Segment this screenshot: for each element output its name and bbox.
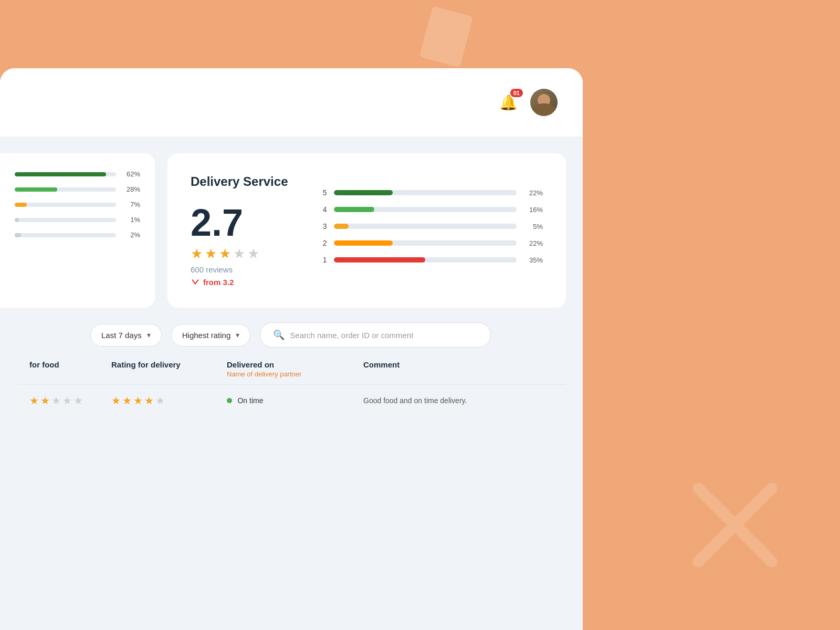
delivery-service-card: Delivery Service 2.7 ★ ★ ★ ★ ★ 600 revie… xyxy=(167,153,566,308)
cell-comment: Good food and on time delivery. xyxy=(363,396,566,405)
del-star-5: ★ xyxy=(155,394,165,407)
delivery-rating: 2.7 xyxy=(191,204,288,242)
bar-label-4: 1% xyxy=(121,216,140,224)
rating-change-text: from 3.2 xyxy=(203,278,234,287)
date-filter-chevron: ▾ xyxy=(147,331,151,339)
th-delivered: Delivered on Name of delivery partner xyxy=(227,360,363,378)
comment-text: Good food and on time delivery. xyxy=(363,396,467,405)
th-delivery: Rating for delivery xyxy=(111,360,227,378)
search-icon: 🔍 xyxy=(273,329,285,341)
rating-filter-dropdown[interactable]: Highest rating ▾ xyxy=(171,324,251,346)
delivery-fill-5 xyxy=(334,190,392,195)
bg-decoration-x xyxy=(693,483,777,567)
bar-track-5 xyxy=(15,233,116,237)
food-star-2: ★ xyxy=(40,394,50,407)
delivery-bar-3: 3 5% xyxy=(319,222,543,230)
delivery-pct-1: 35% xyxy=(524,256,543,264)
bar-row-2: 28% xyxy=(15,185,140,193)
bar-label-5: 2% xyxy=(121,231,140,239)
bar-row-3: 7% xyxy=(15,201,140,208)
bg-decoration-rect xyxy=(419,6,473,67)
cell-delivered: On time xyxy=(227,396,363,405)
cell-delivery-stars: ★ ★ ★ ★ ★ xyxy=(111,394,227,407)
delivery-pct-5: 22% xyxy=(524,189,543,197)
delivery-pct-4: 16% xyxy=(524,206,543,214)
del-star-3: ★ xyxy=(133,394,143,407)
rating-filter-chevron: ▾ xyxy=(236,331,239,339)
left-ratings-card: 62% 28% 7% xyxy=(0,153,155,308)
date-filter-label: Last 7 days xyxy=(101,331,142,340)
reviews-count: 600 reviews xyxy=(191,265,288,274)
user-avatar[interactable] xyxy=(530,89,558,116)
delivery-fill-1 xyxy=(334,257,425,262)
food-star-5: ★ xyxy=(74,394,83,407)
bar-track-2 xyxy=(15,187,116,192)
bar-track-1 xyxy=(15,172,116,176)
search-box[interactable]: 🔍 Search name, order ID or comment xyxy=(260,322,491,348)
bar-track-4 xyxy=(15,218,116,222)
food-star-3: ★ xyxy=(51,394,61,407)
date-filter-dropdown[interactable]: Last 7 days ▾ xyxy=(90,324,162,346)
rating-num-1: 1 xyxy=(319,256,327,264)
food-star-4: ★ xyxy=(62,394,72,407)
cell-food-stars: ★ ★ ★ ★ ★ xyxy=(17,394,111,407)
rating-num-4: 4 xyxy=(319,205,327,214)
bar-row-4: 1% xyxy=(15,216,140,224)
bar-fill-1 xyxy=(15,172,106,176)
delivery-bar-5: 5 22% xyxy=(319,188,543,197)
on-time-dot xyxy=(227,398,232,403)
delivery-bar-4: 4 16% xyxy=(319,205,543,214)
delivery-track-3 xyxy=(334,224,517,229)
del-star-2: ★ xyxy=(122,394,132,407)
delivery-breakdown: 5 22% 4 16% xyxy=(319,188,543,272)
delivery-summary: Delivery Service 2.7 ★ ★ ★ ★ ★ 600 revie… xyxy=(191,174,288,287)
delivery-track-5 xyxy=(334,190,517,195)
delivery-track-1 xyxy=(334,257,517,262)
notification-button[interactable]: 🔔 01 xyxy=(497,91,520,114)
food-star-1: ★ xyxy=(29,394,39,407)
bar-label-2: 28% xyxy=(121,185,140,193)
star-4: ★ xyxy=(233,246,245,262)
notification-badge: 01 xyxy=(510,89,523,97)
star-2: ★ xyxy=(205,246,217,262)
delivery-fill-2 xyxy=(334,240,392,246)
bar-label-1: 62% xyxy=(121,170,140,178)
bar-fill-3 xyxy=(15,203,27,207)
search-placeholder: Search name, order ID or comment xyxy=(290,331,413,340)
rating-num-5: 5 xyxy=(319,188,327,197)
del-star-1: ★ xyxy=(111,394,121,407)
del-star-4: ★ xyxy=(144,394,154,407)
bar-row-5: 2% xyxy=(15,231,140,239)
star-3: ★ xyxy=(219,246,231,262)
delivery-bar-2: 2 22% xyxy=(319,239,543,247)
bar-fill-5 xyxy=(15,233,21,237)
rating-num-2: 2 xyxy=(319,239,327,247)
delivery-title: Delivery Service xyxy=(191,174,288,189)
th-delivered-sub: Name of delivery partner xyxy=(227,370,363,378)
delivery-pct-2: 22% xyxy=(524,239,543,247)
down-arrow-icon xyxy=(191,277,200,287)
table-row: ★ ★ ★ ★ ★ ★ ★ ★ ★ ★ On time xyxy=(17,385,566,417)
delivery-fill-4 xyxy=(334,207,374,212)
header-bar: 🔔 01 xyxy=(0,68,583,136)
main-container: 🔔 01 62% xyxy=(0,68,583,630)
star-5: ★ xyxy=(247,246,259,262)
delivery-stars: ★ ★ ★ ★ ★ xyxy=(191,246,288,262)
star-1: ★ xyxy=(191,246,203,262)
rating-num-3: 3 xyxy=(319,222,327,230)
content-area: 62% 28% 7% xyxy=(0,136,583,630)
on-time-text: On time xyxy=(237,396,263,405)
delivery-track-2 xyxy=(334,240,517,246)
bar-label-3: 7% xyxy=(121,201,140,208)
delivery-bar-1: 1 35% xyxy=(319,256,543,264)
bar-track-3 xyxy=(15,203,116,207)
rating-change: from 3.2 xyxy=(191,277,288,287)
bar-row-1: 62% xyxy=(15,170,140,178)
charts-row: 62% 28% 7% xyxy=(17,153,566,308)
bar-fill-2 xyxy=(15,187,57,192)
delivery-track-4 xyxy=(334,207,517,212)
rating-filter-label: Highest rating xyxy=(182,331,231,340)
delivery-fill-3 xyxy=(334,224,349,229)
delivery-pct-3: 5% xyxy=(524,223,543,230)
th-comment: Comment xyxy=(363,360,566,378)
